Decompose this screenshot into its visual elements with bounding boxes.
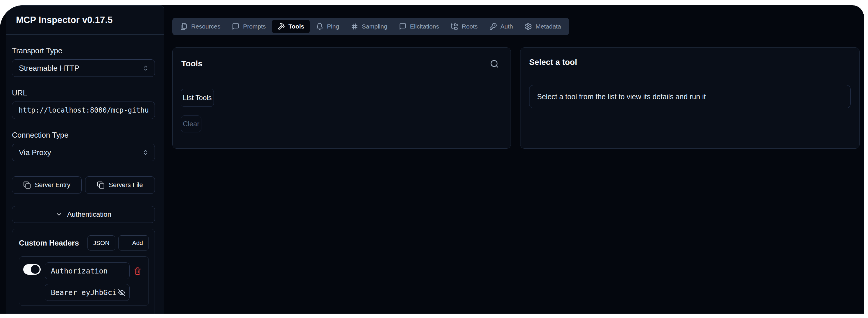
add-button-label: Add <box>132 239 143 247</box>
tab-tools[interactable]: Tools <box>272 20 310 33</box>
message-square-icon <box>399 23 407 30</box>
servers-file-button[interactable]: Servers File <box>85 176 155 194</box>
header-row: Authorization Bearer eyJhbGciOi <box>19 256 149 306</box>
chevron-down-icon <box>56 211 62 218</box>
url-input[interactable]: http://localhost:8080/mcp-githu <box>12 102 155 119</box>
plus-icon <box>124 240 130 246</box>
sidebar-body: Transport Type Streamable HTTP URL http:… <box>6 46 164 314</box>
sidebar: MCP Inspector v0.17.5 Transport Type Str… <box>6 5 164 314</box>
toggle-knob <box>31 265 39 274</box>
config-buttons-row: Server Entry Servers File <box>12 176 155 194</box>
search-icon[interactable] <box>490 59 499 68</box>
clear-label: Clear <box>183 120 199 128</box>
page: MCP Inspector v0.17.5 Transport Type Str… <box>0 0 868 318</box>
tab-roots[interactable]: Roots <box>445 20 483 33</box>
transport-type-label: Transport Type <box>12 46 155 55</box>
key-icon <box>489 23 497 30</box>
empty-state-message: Select a tool from the list to view its … <box>529 85 850 108</box>
tab-label: Roots <box>462 23 478 30</box>
json-view-button[interactable]: JSON <box>88 235 115 251</box>
tab-label: Sampling <box>362 23 388 30</box>
files-icon <box>180 23 188 30</box>
url-value: http://localhost:8080/mcp-githu <box>19 106 149 114</box>
custom-headers-card: Custom Headers JSON Add <box>12 229 155 314</box>
tab-label: Tools <box>288 23 304 30</box>
tools-panel-title: Tools <box>181 59 203 68</box>
detail-panel-header: Select a tool <box>521 48 859 77</box>
tab-label: Elicitations <box>410 23 439 30</box>
authentication-collapse-button[interactable]: Authentication <box>12 206 155 223</box>
connection-type-select[interactable]: Via Proxy <box>12 144 155 161</box>
custom-headers-header: Custom Headers JSON Add <box>19 235 149 251</box>
tab-metadata[interactable]: Metadata <box>519 20 567 33</box>
tab-resources[interactable]: Resources <box>175 20 226 33</box>
connection-type-value: Via Proxy <box>19 148 51 157</box>
server-entry-label: Server Entry <box>35 181 70 189</box>
tab-label: Auth <box>500 23 513 30</box>
chevrons-up-down-icon <box>143 65 149 71</box>
app-title: MCP Inspector v0.17.5 <box>16 15 113 25</box>
tools-panel-header: Tools <box>173 48 510 80</box>
tab-ping[interactable]: Ping <box>310 20 345 33</box>
bell-icon <box>316 23 323 30</box>
url-label: URL <box>12 88 155 97</box>
add-header-button[interactable]: Add <box>118 235 149 251</box>
tab-label: Ping <box>327 23 339 30</box>
connection-type-label: Connection Type <box>12 131 155 139</box>
gear-icon <box>525 23 532 30</box>
tab-elicitations[interactable]: Elicitations <box>394 20 444 33</box>
header-name-value: Authorization <box>51 267 125 275</box>
tab-sampling[interactable]: Sampling <box>345 20 393 33</box>
clear-tools-button[interactable]: Clear <box>181 116 202 133</box>
trash-icon[interactable] <box>134 267 142 275</box>
tab-label: Metadata <box>535 23 561 30</box>
list-tools-button[interactable]: List Tools <box>181 89 214 107</box>
copy-icon <box>23 181 31 189</box>
top-nav-tabs: Resources Prompts Tools Ping Sampling El… <box>172 18 569 35</box>
headers-help-text: Use the toggle to enable/disable headers… <box>19 313 148 314</box>
header-value-text: Bearer eyJhbGciOi <box>51 288 116 297</box>
header-name-input[interactable]: Authorization <box>45 262 130 279</box>
authentication-label: Authentication <box>67 210 111 219</box>
header-value-input[interactable]: Bearer eyJhbGciOi <box>45 284 130 301</box>
sidebar-header: MCP Inspector v0.17.5 <box>6 5 164 35</box>
message-square-icon <box>232 23 240 30</box>
json-button-label: JSON <box>93 239 110 247</box>
hammer-icon <box>278 23 285 30</box>
transport-type-select[interactable]: Streamable HTTP <box>12 59 155 77</box>
chevrons-up-down-icon <box>143 149 149 156</box>
copy-icon <box>97 181 104 189</box>
hash-icon <box>351 23 358 30</box>
empty-state-text: Select a tool from the list to view its … <box>537 92 706 101</box>
transport-type-value: Streamable HTTP <box>19 64 79 73</box>
detail-panel-title: Select a tool <box>529 58 577 67</box>
tab-label: Prompts <box>243 23 266 30</box>
mcp-inspector-window: MCP Inspector v0.17.5 Transport Type Str… <box>0 5 864 314</box>
tool-detail-panel: Select a tool Select a tool from the lis… <box>520 48 860 149</box>
tab-label: Resources <box>191 23 220 30</box>
list-tools-label: List Tools <box>183 94 212 102</box>
folder-tree-icon <box>451 23 458 30</box>
tools-list-panel: Tools List Tools Clear <box>172 48 511 149</box>
tab-auth[interactable]: Auth <box>484 20 519 33</box>
server-entry-button[interactable]: Server Entry <box>12 176 82 194</box>
custom-headers-title: Custom Headers <box>19 238 85 248</box>
eye-off-icon[interactable] <box>118 289 125 296</box>
tab-prompts[interactable]: Prompts <box>226 20 271 33</box>
header-enabled-toggle[interactable] <box>23 264 41 274</box>
servers-file-label: Servers File <box>109 181 143 189</box>
